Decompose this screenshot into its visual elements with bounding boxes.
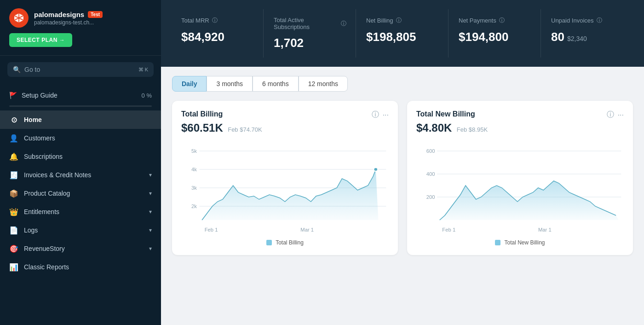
metric-unpaid-sub: $2,340 (567, 35, 587, 42)
setup-guide-icon: 🚩 (9, 92, 17, 99)
sidebar-item-entitlements[interactable]: 👑 Entitlements ▾ (0, 203, 161, 221)
brand-name: palomadesigns (34, 11, 84, 18)
chart-total-billing-sub: Feb $74.70K (228, 126, 262, 133)
nav-label-customers: Customers (24, 134, 55, 142)
brand-info: palomadesigns Test palomadesigns-test.ch… (34, 11, 103, 26)
chart-total-new-billing-actions: ⓘ ··· (607, 110, 624, 120)
sidebar-brand: palomadesigns Test palomadesigns-test.ch… (9, 8, 152, 28)
sidebar-item-classic-reports[interactable]: 📊 Classic Reports (0, 258, 161, 276)
chevron-down-icon-5: ▾ (149, 245, 152, 252)
setup-guide-label: Setup Guide (22, 92, 58, 99)
svg-text:400: 400 (426, 172, 435, 177)
metric-info-icon-billing[interactable]: ⓘ (396, 17, 402, 24)
svg-text:4k: 4k (191, 167, 197, 172)
sidebar-header: palomadesigns Test palomadesigns-test.ch… (0, 0, 161, 56)
svg-text:2k: 2k (191, 204, 197, 209)
chart-more-icon[interactable]: ··· (383, 111, 389, 119)
svg-text:Mar 1: Mar 1 (300, 227, 314, 232)
sidebar-nav: 🚩 Setup Guide 0 % ⊙ Home 👤 Customers 🔔 S… (0, 83, 161, 325)
metric-unpaid-value-row: 80 $2,340 (551, 30, 624, 44)
metric-net-payments-value: $194,800 (459, 30, 531, 44)
select-plan-button[interactable]: SELECT PLAN → (9, 33, 72, 47)
sidebar-item-subscriptions[interactable]: 🔔 Subscriptions (0, 147, 161, 166)
main-content: Total MRR ⓘ $84,920 Total Active Subscri… (161, 0, 644, 325)
tab-12months[interactable]: 12 months (299, 76, 348, 92)
sidebar: palomadesigns Test palomadesigns-test.ch… (0, 0, 161, 325)
chart-info-icon-2[interactable]: ⓘ (607, 110, 614, 120)
chevron-down-icon-4: ▾ (149, 227, 152, 233)
metric-info-icon-payments[interactable]: ⓘ (499, 17, 505, 24)
metric-total-mrr: Total MRR ⓘ $84,920 (172, 9, 264, 58)
chart-total-billing-actions: ⓘ ··· (372, 110, 389, 120)
legend-label-total-billing: Total Billing (276, 239, 304, 246)
setup-guide-progress: 0 % (142, 92, 152, 99)
charts-row: Total Billing ⓘ ··· $60.51K Feb $74.70K (172, 101, 633, 255)
metric-active-subs-value: 1,702 (274, 36, 346, 50)
metric-active-subs-label: Total Active Subscriptions ⓘ (274, 17, 346, 30)
chart-total-new-billing-legend: Total New Billing (416, 239, 624, 246)
chart-total-billing-svg: 5k 4k 3k 2k Feb 1 Mar 1 (181, 142, 389, 234)
svg-text:Feb 1: Feb 1 (205, 227, 218, 232)
tab-daily[interactable]: Daily (172, 76, 207, 92)
chart-total-new-billing: Total New Billing ⓘ ··· $4.80K Feb $8.95… (407, 101, 633, 255)
metric-net-payments: Net Payments ⓘ $194,800 (449, 9, 541, 58)
chart-more-icon-2[interactable]: ··· (618, 111, 624, 119)
nav-label-subscriptions: Subscriptions (24, 153, 63, 160)
legend-dot-new-billing (495, 240, 500, 245)
tab-6months[interactable]: 6 months (253, 76, 299, 92)
sidebar-item-home[interactable]: ⊙ Home (0, 110, 161, 129)
chart-total-billing-header: Total Billing ⓘ ··· (181, 110, 389, 120)
chart-total-new-billing-title: Total New Billing (416, 110, 475, 118)
chart-total-new-billing-area: 600 400 200 Feb 1 Mar 1 (416, 142, 624, 234)
sidebar-item-customers[interactable]: 👤 Customers (0, 129, 161, 147)
chart-total-billing-title: Total Billing (181, 110, 223, 118)
nav-label-entitlements: Entitlements (24, 208, 59, 215)
brand-test-badge: Test (88, 11, 103, 18)
svg-text:Feb 1: Feb 1 (442, 227, 455, 232)
metric-unpaid-invoices: Unpaid Invoices ⓘ 80 $2,340 (542, 9, 633, 58)
svg-text:3k: 3k (191, 186, 197, 191)
metric-info-icon-mrr[interactable]: ⓘ (212, 17, 218, 24)
legend-label-new-billing: Total New Billing (504, 239, 545, 246)
search-box[interactable]: 🔍 Go to ⌘ K (7, 62, 154, 77)
metric-unpaid-value: 80 (551, 30, 564, 44)
nav-label-home: Home (24, 116, 42, 123)
nav-label-classic-reports: Classic Reports (24, 263, 69, 271)
sidebar-search-area: 🔍 Go to ⌘ K (0, 56, 161, 83)
search-placeholder-text: Go to (24, 66, 135, 73)
svg-text:Mar 1: Mar 1 (538, 227, 552, 232)
chevron-down-icon-2: ▾ (149, 190, 152, 197)
svg-text:200: 200 (426, 195, 435, 200)
metric-net-billing: Net Billing ⓘ $198,805 (357, 9, 448, 58)
tab-3months[interactable]: 3 months (207, 76, 253, 92)
sidebar-item-invoices[interactable]: 🧾 Invoices & Credit Notes ▾ (0, 166, 161, 184)
chevron-down-icon: ▾ (149, 172, 152, 178)
sidebar-item-product-catalog[interactable]: 📦 Product Catalog ▾ (0, 184, 161, 203)
metric-net-billing-label: Net Billing ⓘ (366, 17, 439, 24)
chart-total-billing-value-row: $60.51K Feb $74.70K (181, 122, 389, 134)
sidebar-item-revenuestory[interactable]: 🎯 RevenueStory ▾ (0, 239, 161, 258)
content-area: Daily 3 months 6 months 12 months Total … (161, 67, 644, 325)
chart-total-billing-value: $60.51K (181, 122, 223, 134)
chart-total-new-billing-sub: Feb $8.95K (457, 126, 488, 133)
metric-info-icon-subs[interactable]: ⓘ (341, 20, 346, 28)
search-shortcut: ⌘ K (138, 67, 148, 73)
brand-logo (9, 8, 29, 28)
nav-label-invoices: Invoices & Credit Notes (24, 171, 91, 179)
nav-label-product-catalog: Product Catalog (24, 190, 70, 197)
entitlements-icon: 👑 (9, 207, 18, 216)
brand-icon (13, 12, 24, 23)
search-icon: 🔍 (13, 66, 21, 73)
chevron-down-icon-3: ▾ (149, 209, 152, 215)
setup-guide-item[interactable]: 🚩 Setup Guide 0 % (0, 87, 161, 104)
brand-subdomain: palomadesigns-test.ch... (34, 19, 103, 26)
metric-info-icon-unpaid[interactable]: ⓘ (597, 17, 602, 24)
metric-active-subscriptions: Total Active Subscriptions ⓘ 1,702 (264, 9, 356, 58)
sidebar-item-logs[interactable]: 📄 Logs ▾ (0, 221, 161, 239)
invoices-icon: 🧾 (9, 170, 18, 180)
time-tabs: Daily 3 months 6 months 12 months (172, 76, 633, 92)
classic-reports-icon: 📊 (9, 262, 18, 272)
chart-info-icon[interactable]: ⓘ (372, 110, 379, 120)
nav-label-revenuestory: RevenueStory (24, 245, 65, 252)
chart-total-new-billing-value: $4.80K (416, 122, 452, 134)
